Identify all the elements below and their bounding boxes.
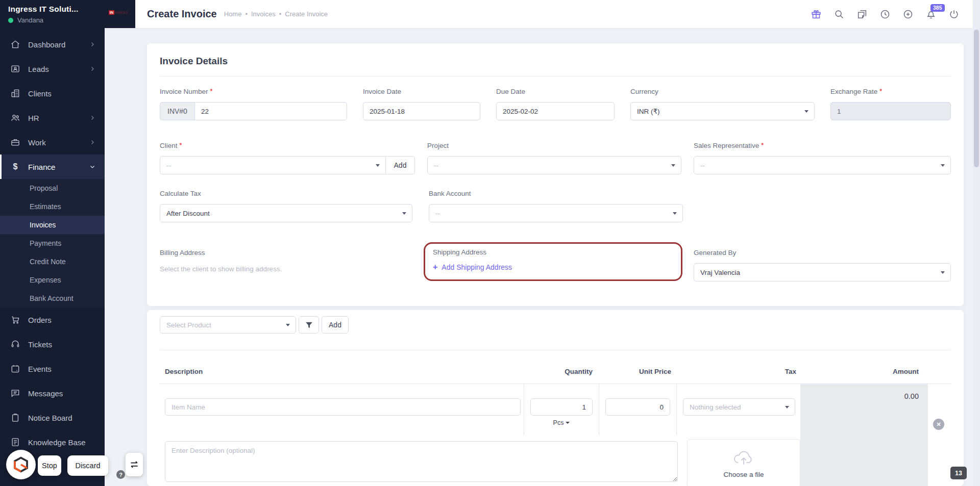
- sidebar-item-proposal[interactable]: Proposal: [0, 179, 105, 197]
- submenu-label: Expenses: [30, 276, 61, 284]
- sidebar-item-finance[interactable]: $ Finance: [0, 155, 105, 179]
- stop-button[interactable]: Stop: [38, 455, 61, 476]
- caret-down-icon: [941, 164, 945, 167]
- calculate-tax-select[interactable]: After Discount: [160, 204, 412, 222]
- page-title: Create Invoice: [147, 8, 217, 20]
- gift-icon[interactable]: [811, 9, 822, 20]
- chevron-right-icon: [89, 139, 95, 145]
- scrollbar-thumb[interactable]: [974, 30, 979, 167]
- sidebar-item-bank-account[interactable]: Bank Account: [0, 289, 105, 308]
- notifications-bell-icon[interactable]: 385: [925, 9, 937, 20]
- sidebar-item-events[interactable]: Events: [0, 356, 105, 381]
- sidebar-item-dashboard[interactable]: Dashboard: [0, 32, 105, 57]
- select-product-dropdown[interactable]: Select Product: [160, 316, 296, 334]
- due-date-input[interactable]: [496, 102, 615, 120]
- power-icon[interactable]: [948, 9, 960, 20]
- online-status-dot: [8, 18, 13, 23]
- caret-down-icon: [402, 212, 406, 215]
- bank-account-value: --: [435, 210, 440, 217]
- caret-down-icon: [804, 110, 808, 113]
- notes-icon[interactable]: [856, 9, 868, 20]
- tax-select[interactable]: Nothing selected: [683, 398, 795, 416]
- required-asterisk: *: [761, 142, 764, 149]
- remove-row-button[interactable]: ✕: [933, 419, 944, 430]
- submenu-label: Estimates: [30, 202, 61, 211]
- sidebar-item-estimates[interactable]: Estimates: [0, 197, 105, 216]
- invoice-date-input[interactable]: [363, 102, 480, 120]
- user-name: Vandana: [17, 16, 43, 24]
- topbar: Create Invoice Home • Invoices • Create …: [105, 0, 973, 28]
- history-icon[interactable]: [879, 9, 891, 20]
- plus-icon: +: [433, 263, 437, 272]
- submenu-label: Credit Note: [30, 258, 66, 266]
- sidebar-item-label: Knowledge Base: [28, 438, 86, 447]
- add-shipping-address-text: Add Shipping Address: [442, 263, 512, 271]
- building-icon: [10, 88, 20, 98]
- filter-products-button[interactable]: [299, 316, 319, 334]
- due-date-label: Due Date: [496, 88, 615, 95]
- unit-select[interactable]: Pcs: [553, 419, 570, 426]
- recorder-logo-button[interactable]: [6, 450, 36, 479]
- chevron-right-icon: [89, 66, 95, 72]
- headset-icon: [10, 339, 20, 349]
- item-description-textarea[interactable]: [165, 441, 678, 482]
- sidebar-item-leads[interactable]: Leads: [0, 57, 105, 81]
- generated-by-select[interactable]: Vraj Valencia: [694, 263, 951, 282]
- logo-mark: IN: [109, 10, 114, 15]
- submenu-label: Proposal: [30, 184, 58, 192]
- discard-button[interactable]: Discard: [67, 455, 108, 476]
- sidebar-item-credit-note[interactable]: Credit Note: [0, 252, 105, 271]
- sidebar-item-payments[interactable]: Payments: [0, 234, 105, 252]
- exchange-rate-label: Exchange Rate*: [830, 88, 951, 95]
- file-text-icon: [10, 437, 20, 447]
- add-client-button[interactable]: Add: [386, 156, 415, 174]
- caret-down-icon: [566, 422, 570, 424]
- add-shipping-address-link[interactable]: + Add Shipping Address: [433, 263, 673, 272]
- client-select[interactable]: --: [160, 156, 386, 174]
- sidebar-item-label: Clients: [28, 89, 52, 98]
- invoice-number-input[interactable]: [194, 102, 347, 120]
- sidebar-item-label: Messages: [28, 389, 63, 398]
- breadcrumb: Home • Invoices • Create Invoice: [224, 10, 328, 18]
- filter-icon: [305, 321, 313, 329]
- breadcrumb-invoices[interactable]: Invoices: [251, 10, 276, 18]
- project-label: Project: [427, 142, 681, 149]
- caret-down-icon: [941, 271, 945, 274]
- home-icon: [10, 39, 20, 49]
- item-row: Pcs Nothing selected Choose a file 0.00 …: [160, 383, 951, 486]
- currency-value: INR (₹): [637, 107, 660, 115]
- unit-price-input[interactable]: [605, 398, 670, 416]
- invoice-items-card: Select Product Add Description Quantity …: [147, 310, 964, 486]
- company-logo: INGRESS: [109, 10, 128, 15]
- sidebar-item-notice-board[interactable]: Notice Board: [0, 405, 105, 430]
- sidebar-item-clients[interactable]: Clients: [0, 81, 105, 106]
- generated-by-label: Generated By: [694, 249, 951, 257]
- file-upload-box[interactable]: Choose a file: [687, 439, 800, 486]
- currency-select[interactable]: INR (₹): [630, 102, 815, 120]
- sidebar-item-hr[interactable]: HR: [0, 106, 105, 130]
- add-product-button[interactable]: Add: [322, 316, 349, 334]
- sidebar-item-tickets[interactable]: Tickets: [0, 332, 105, 356]
- add-icon[interactable]: [902, 9, 914, 20]
- bank-account-select[interactable]: --: [429, 204, 683, 222]
- invoice-number-label: Invoice Number*: [160, 88, 347, 95]
- submenu-label: Invoices: [30, 221, 56, 229]
- breadcrumb-home[interactable]: Home: [224, 10, 242, 18]
- caret-down-icon: [785, 406, 789, 408]
- sidebar-item-messages[interactable]: Messages: [0, 381, 105, 405]
- item-name-input[interactable]: [165, 398, 521, 416]
- sales-representative-select[interactable]: --: [694, 156, 951, 174]
- sidebar-item-work[interactable]: Work: [0, 130, 105, 155]
- swap-arrows-button[interactable]: [126, 453, 143, 476]
- search-icon[interactable]: [834, 9, 845, 20]
- scrollbar-track[interactable]: [973, 0, 980, 486]
- sidebar-item-orders[interactable]: Orders: [0, 308, 105, 332]
- sidebar-item-invoices[interactable]: Invoices: [0, 216, 105, 234]
- help-badge[interactable]: ?: [116, 470, 125, 479]
- sidebar-item-label: Leads: [28, 65, 49, 73]
- invoice-number-prefix: INV#0: [160, 102, 194, 120]
- chevron-right-icon: [89, 115, 95, 121]
- sidebar-item-expenses[interactable]: Expenses: [0, 271, 105, 289]
- project-select[interactable]: --: [427, 156, 681, 174]
- quantity-input[interactable]: [530, 398, 593, 416]
